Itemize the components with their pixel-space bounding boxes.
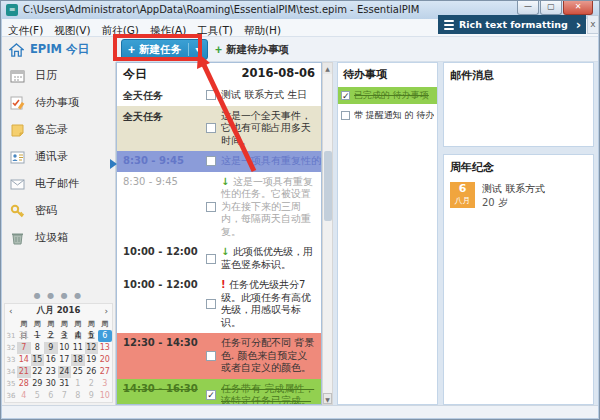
current-time-marker-icon xyxy=(110,159,117,169)
calendar-day[interactable]: 18 xyxy=(71,354,85,366)
calendar-day[interactable]: 2 xyxy=(44,330,58,342)
sidebar-item-待办事项[interactable]: 待办事项 xyxy=(2,89,115,116)
minimize-button[interactable]: — xyxy=(517,1,539,15)
sidebar-item-label: 垃圾箱 xyxy=(35,230,68,245)
calendar-day-today[interactable]: 6 xyxy=(98,330,112,342)
task-checkbox[interactable] xyxy=(206,123,216,133)
task-row[interactable]: 全天任务测试 联系方式 生日 xyxy=(117,85,321,106)
anniversary-item[interactable]: 6 八月 测试 联系方式 20 岁 xyxy=(450,182,587,210)
calendar-day[interactable]: 17 xyxy=(58,354,72,366)
calendar-day[interactable]: 5 xyxy=(31,390,45,402)
close-button[interactable]: ✕ xyxy=(563,1,593,15)
plus-icon: + xyxy=(215,43,222,57)
calendar-day[interactable]: 2 xyxy=(85,378,99,390)
rich-text-banner[interactable]: Rich text formatting › xyxy=(438,15,586,34)
low-priority-icon: ↓ xyxy=(221,176,233,187)
calendar-day[interactable]: 14 xyxy=(17,354,31,366)
calendar-day[interactable]: 9 xyxy=(85,390,99,402)
scrollbar[interactable]: ▲ ▼ xyxy=(322,62,333,405)
calendar-day[interactable]: 3 xyxy=(58,330,72,342)
calendar-day[interactable]: 10 xyxy=(98,390,112,402)
calendar-day[interactable]: 4 xyxy=(17,390,31,402)
sidebar-item-备忘录[interactable]: 备忘录 xyxy=(2,116,115,143)
sidebar-item-通讯录[interactable]: 通讯录 xyxy=(2,143,115,170)
calendar-day[interactable]: 11 xyxy=(71,342,85,354)
calendar-day[interactable]: 8 xyxy=(31,342,45,354)
calendar-day[interactable]: 19 xyxy=(85,354,99,366)
calendar-day[interactable]: 16 xyxy=(44,354,58,366)
banner-close-button[interactable]: x xyxy=(587,15,599,34)
todo-checkbox[interactable]: ✓ xyxy=(341,91,350,100)
calendar-day[interactable]: 23 xyxy=(44,366,58,378)
calendar-day[interactable]: 1 xyxy=(71,378,85,390)
sidebar-item-epim-today[interactable]: EPIM 今日 xyxy=(2,37,116,62)
todo-item[interactable]: 带 提醒通知 的 待办事项 xyxy=(338,107,437,124)
task-time: 14:30 - 16:30 xyxy=(117,381,201,406)
new-todo-button[interactable]: + 新建待办事项 xyxy=(215,40,289,60)
calendar-day[interactable]: 13 xyxy=(98,342,112,354)
task-row[interactable]: 10:00 - 12:00! 任务优先级共分7级。此项任务有高优先级，用感叹号标… xyxy=(117,275,321,333)
task-checkbox[interactable] xyxy=(206,299,216,309)
task-checkbox[interactable] xyxy=(206,156,216,166)
calendar-day[interactable]: 10 xyxy=(58,342,72,354)
calendar-prev-button[interactable]: ‹ xyxy=(9,306,19,316)
sidebar-item-label: 密码 xyxy=(35,203,57,218)
calendar-day[interactable]: 7 xyxy=(58,390,72,402)
calendar-day[interactable]: 24 xyxy=(58,366,72,378)
calendar-day[interactable]: 31 xyxy=(17,330,31,342)
task-checkbox[interactable] xyxy=(206,202,216,212)
calendar-next-button[interactable]: › xyxy=(98,306,108,316)
task-row[interactable]: 全天任务这是一个全天事件，它也有可能占用多天时间。 xyxy=(117,106,321,152)
sidebar-item-密码[interactable]: 密码 xyxy=(2,197,115,224)
calendar-day[interactable]: 4 xyxy=(71,330,85,342)
maximize-button[interactable]: ▢ xyxy=(540,1,562,15)
scroll-up-icon[interactable]: ▲ xyxy=(323,63,332,74)
new-task-button[interactable]: + 新建任务 ▼ xyxy=(121,39,208,60)
calendar-day[interactable]: 1 xyxy=(31,330,45,342)
calendar-day[interactable]: 5 xyxy=(85,330,99,342)
contacts-icon xyxy=(10,149,27,164)
calendar-day[interactable]: 15 xyxy=(31,354,45,366)
task-checkbox[interactable] xyxy=(206,254,216,264)
scroll-down-icon[interactable]: ▼ xyxy=(323,393,332,404)
high-priority-icon: ! xyxy=(221,279,229,290)
calendar-day[interactable]: 9 xyxy=(44,342,58,354)
calendar-day[interactable]: 27 xyxy=(98,366,112,378)
calendar-day[interactable]: 3 xyxy=(98,378,112,390)
task-row[interactable]: 8:30 - 9:45↓ 这是一项具有重复性的任务。它被设置为在接下来的三周内，… xyxy=(117,172,321,243)
calendar-day[interactable]: 21 xyxy=(17,366,31,378)
task-checkbox[interactable] xyxy=(206,351,216,361)
calendar-day[interactable]: 7 xyxy=(17,342,31,354)
notes-icon xyxy=(10,122,27,137)
calendar-day[interactable]: 30 xyxy=(44,378,58,390)
calendar-day[interactable]: 6 xyxy=(44,390,58,402)
todo-text: 已完成的 待办事项 xyxy=(354,89,429,102)
splitter-handle[interactable]: ● ● ● ● xyxy=(2,291,115,300)
sidebar-item-电子邮件[interactable]: 电子邮件 xyxy=(2,170,115,197)
calendar-day[interactable]: 29 xyxy=(31,378,45,390)
sidebar-item-垃圾箱[interactable]: 垃圾箱 xyxy=(2,224,115,251)
sidebar-item-日历[interactable]: 日历 xyxy=(2,62,115,89)
calendar-day[interactable]: 26 xyxy=(85,366,99,378)
chevron-right-icon[interactable]: › xyxy=(576,17,581,32)
scrollbar-thumb[interactable] xyxy=(324,151,332,221)
calendar-day[interactable]: 8 xyxy=(71,390,85,402)
calendar-icon xyxy=(10,68,27,83)
task-row[interactable]: 14:30 - 16:30✓任务带有 完成属性，该特定任务已完成。 xyxy=(117,379,321,406)
calendar-day-header: 周六 xyxy=(98,318,112,330)
calendar-day[interactable]: 25 xyxy=(71,366,85,378)
calendar-day[interactable]: 12 xyxy=(85,342,99,354)
todo-item[interactable]: ✓已完成的 待办事项 xyxy=(338,87,437,104)
calendar-day[interactable]: 20 xyxy=(98,354,112,366)
task-checkbox[interactable] xyxy=(206,90,216,100)
calendar-day[interactable]: 31 xyxy=(58,378,72,390)
task-time: 8:30 - 9:45 xyxy=(117,153,201,170)
dropdown-caret-icon[interactable]: ▼ xyxy=(194,46,201,53)
calendar-day[interactable]: 22 xyxy=(31,366,45,378)
todo-checkbox[interactable] xyxy=(341,111,350,120)
calendar-day[interactable]: 28 xyxy=(17,378,31,390)
task-row[interactable]: 12:30 - 14:30任务可分配不同 背景色. 颜色来自预定义或者自定义的颜… xyxy=(117,333,321,379)
task-checkbox[interactable]: ✓ xyxy=(206,390,216,400)
task-row[interactable]: 8:30 - 9:45这是一项具有重复性的任务 xyxy=(117,151,321,172)
task-row[interactable]: 10:00 - 12:00↓ 此项低优先级，用蓝色竖条标识。 xyxy=(117,242,321,275)
